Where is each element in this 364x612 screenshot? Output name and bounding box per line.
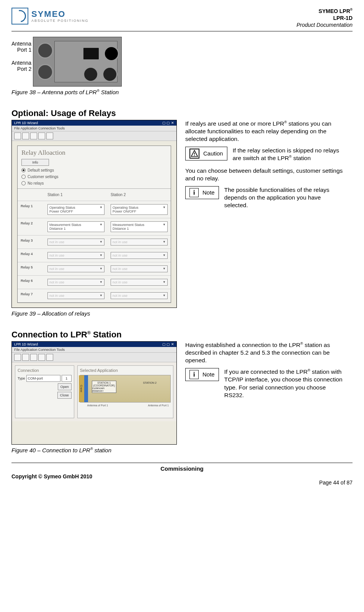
- header-doc-title: SYMEO LPR® LPR-1D Product Documentation: [297, 8, 353, 29]
- wizard-titlebar: LPR 1D Wizard ▢ ▢ ✕: [12, 342, 176, 347]
- wizard-menubar[interactable]: File Application Connection Tools: [12, 347, 176, 353]
- connection-panel-title: Connection: [18, 368, 72, 373]
- toolbar-button[interactable]: [14, 133, 21, 139]
- hdr-line3: Product Documentation: [297, 21, 353, 28]
- radio-norelays[interactable]: No relays: [21, 181, 167, 185]
- info-icon: i: [189, 370, 199, 379]
- wizard-titlebar: LPR 1D Wizard ▢ ▢ ✕: [12, 120, 176, 126]
- section-relays-heading: Optional: Usage of Relays: [11, 108, 353, 118]
- logo-icon: [11, 8, 28, 25]
- chevron-down-icon: ▼: [100, 280, 103, 284]
- wizard-menubar[interactable]: File Application Connection Tools: [12, 126, 176, 131]
- open-button[interactable]: Open: [58, 383, 72, 390]
- relay-dropdown[interactable]: not in use▼: [111, 265, 168, 272]
- relay-dropdown[interactable]: not in use▼: [47, 292, 104, 299]
- relay-dropdown[interactable]: Operating StatusPower ON/OFF▼: [111, 204, 168, 215]
- wizard-title-text: LPR 1D Wizard: [14, 342, 38, 346]
- chevron-down-icon: ▼: [163, 267, 166, 271]
- antenna-port2-label-a: Antenna: [11, 60, 31, 66]
- toolbar-button[interactable]: [22, 133, 29, 139]
- ports-photo: [33, 37, 122, 87]
- relay-row: Relay 1 Operating StatusPower ON/OFF▼ Op…: [18, 201, 171, 218]
- relay-dropdown[interactable]: not in use▼: [111, 239, 168, 245]
- window-controls-icon: ▢ ▢ ✕: [162, 342, 174, 346]
- footer-section-title: Commissioning: [11, 463, 353, 472]
- logo-sub-text: ABSOLUTE POSITIONING: [31, 19, 89, 23]
- toolbar-button[interactable]: [30, 133, 37, 139]
- note-callout: i Note If you are connected to the LPR® …: [185, 368, 346, 399]
- relay-dropdown[interactable]: not in use▼: [111, 252, 168, 259]
- wizard-title-text: LPR 1D Wizard: [14, 121, 38, 125]
- cap-port-icon: [104, 46, 119, 61]
- type-dropdown[interactable]: COM-port: [26, 375, 60, 382]
- toolbar-button[interactable]: [30, 354, 37, 361]
- figure39-caption: Figure 39 – Allocation of relays: [11, 310, 353, 317]
- relay-dropdown[interactable]: Operating StatusPower ON/OFF▼: [47, 204, 104, 215]
- relay-dropdown[interactable]: not in use▼: [111, 292, 168, 299]
- relay-dropdown[interactable]: not in use▼: [47, 279, 104, 286]
- antenna-port2-icon: [37, 64, 53, 80]
- antenna-ports-block: AntennaPort 1 AntennaPort 2: [11, 37, 353, 87]
- svg-point-2: [194, 155, 195, 156]
- relay-dropdown[interactable]: Measurement StatusDistance 1▼: [111, 221, 168, 232]
- note-text: The possible functionalities of the rela…: [224, 186, 346, 209]
- close-button[interactable]: Close: [57, 392, 72, 399]
- relays-p2: You can choose between default settings,…: [185, 167, 346, 182]
- toolbar-button[interactable]: [46, 354, 53, 361]
- radio-customer[interactable]: Customer settings: [21, 175, 167, 179]
- relay-dropdown[interactable]: not in use▼: [47, 265, 104, 272]
- chevron-down-icon: ▼: [100, 267, 103, 271]
- relay-dropdown[interactable]: not in use▼: [47, 239, 104, 245]
- relay-dropdown[interactable]: Measurement StatusDistance 1▼: [47, 221, 104, 232]
- antenna-port1-icon: [37, 43, 53, 59]
- chevron-down-icon: ▼: [163, 254, 166, 257]
- relays-description: If realys are used at one or more LPR® s…: [185, 120, 346, 214]
- relay-panel-title: Relay Alloaction: [21, 149, 167, 157]
- info-button[interactable]: Info: [21, 159, 49, 166]
- relay-dropdown[interactable]: not in use▼: [47, 252, 104, 259]
- toolbar-button[interactable]: [38, 133, 45, 139]
- col-station2: Station 2: [108, 189, 171, 201]
- station1-box: STATION 1 (COORDINATOR) <unknown distanc…: [92, 381, 116, 393]
- figure40-caption: Figure 40 – Connection to LPR® station: [11, 447, 353, 453]
- note-label: Note: [202, 189, 215, 196]
- antenna-port1-label-a: Antenna: [11, 41, 31, 47]
- section-connection-heading: Connection to LPR® Station: [11, 330, 353, 340]
- info-icon: i: [189, 188, 199, 197]
- chevron-down-icon: ▼: [163, 240, 166, 244]
- wizard-toolbar: [12, 353, 176, 362]
- chevron-down-icon: ▼: [163, 206, 166, 213]
- chevron-down-icon: ▼: [100, 240, 103, 244]
- page-header: SYMEO ABSOLUTE POSITIONING SYMEO LPR® LP…: [11, 8, 353, 31]
- window-controls-icon: ▢ ▢ ✕: [162, 121, 174, 125]
- rj45-port-icon: [82, 47, 100, 61]
- radio-icon: [21, 181, 26, 185]
- selected-app-title: Selected Application: [80, 368, 171, 373]
- radio-default[interactable]: Default settings: [21, 168, 167, 172]
- logo: SYMEO ABSOLUTE POSITIONING: [11, 8, 89, 25]
- note-callout: i Note The possible functionalities of t…: [185, 186, 346, 209]
- figure38-caption: Figure 38 – Antenna ports of LPR® Statio…: [11, 89, 353, 95]
- page-number: Page 44 of 87: [319, 479, 353, 486]
- relay-dropdown[interactable]: not in use▼: [111, 279, 168, 286]
- relay-row: Relay 5 not in use▼ not in use▼: [18, 262, 171, 276]
- toolbar-button[interactable]: [38, 354, 45, 361]
- relay-row: Relay 2 Measurement StatusDistance 1▼ Me…: [18, 218, 171, 236]
- axis-right-label: Antenna of Port 1: [148, 404, 169, 407]
- chevron-down-icon: ▼: [100, 294, 103, 298]
- antenna-port2-label-b: Port 2: [17, 66, 31, 72]
- relay-row: Relay 4 not in use▼ not in use▼: [18, 249, 171, 262]
- chevron-down-icon: ▼: [163, 223, 166, 231]
- logo-main-text: SYMEO: [31, 10, 89, 18]
- round-connector1-icon: [83, 67, 98, 82]
- toolbar-button[interactable]: [22, 354, 29, 361]
- toolbar-button[interactable]: [14, 354, 21, 361]
- antenna-port1-label-b: Port 1: [17, 47, 31, 53]
- connection-description: Having established a connection to the L…: [185, 341, 346, 404]
- port-input[interactable]: 1: [62, 375, 72, 382]
- hdr-line1: SYMEO LPR: [318, 8, 350, 14]
- connection-wizard-screenshot: LPR 1D Wizard ▢ ▢ ✕ File Application Con…: [11, 341, 177, 445]
- col-station1: Station 1: [44, 189, 108, 201]
- toolbar-button[interactable]: [46, 133, 53, 139]
- relay-row: Relay 6 not in use▼ not in use▼: [18, 276, 171, 289]
